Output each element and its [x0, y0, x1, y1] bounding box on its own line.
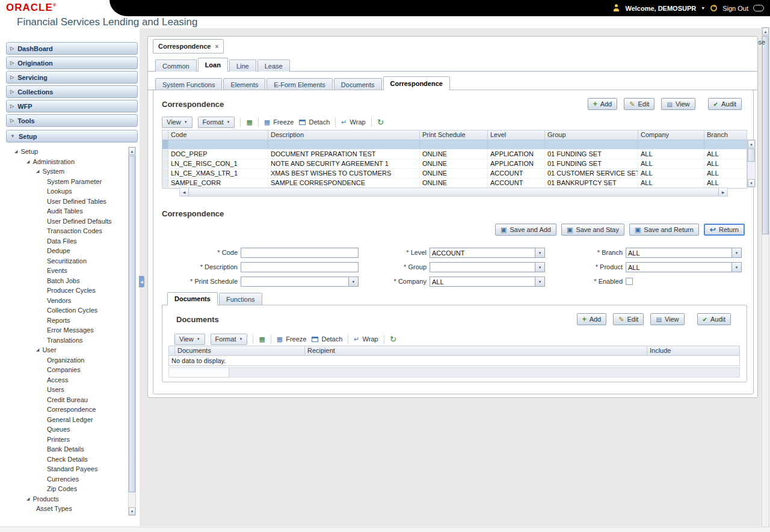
refresh-icon[interactable]: ↻	[390, 334, 397, 344]
scroll-left-icon[interactable]: ◀	[180, 188, 189, 196]
add-button[interactable]: +Add	[588, 98, 618, 110]
sidebar-item-wfp[interactable]: ▷WFP	[6, 100, 138, 112]
column-header-code[interactable]: Code	[168, 130, 268, 139]
sidebar-collapse-handle[interactable]: ◀	[139, 276, 144, 287]
table-row[interactable]: SAMPLE_CORR SAMPLE CORRESPONDENCE ONLINE…	[162, 179, 747, 188]
wrap-button[interactable]: ↵Wrap	[354, 335, 378, 343]
tree-leaf-securitization[interactable]: Securitization	[6, 256, 126, 266]
tree-leaf-access[interactable]: Access	[6, 375, 126, 385]
product-select[interactable]: ALL▼	[626, 262, 742, 272]
code-input[interactable]	[241, 248, 359, 258]
tree-leaf-index-rates[interactable]: Index Rates	[6, 514, 126, 516]
tree-leaf-producer-cycles[interactable]: Producer Cycles	[6, 286, 126, 296]
print-schedule-select[interactable]: ▼	[241, 277, 359, 287]
tree-node-products[interactable]: ◢Products	[6, 494, 126, 504]
tab-line[interactable]: Line	[229, 60, 256, 72]
audit-button[interactable]: ✔Audit	[708, 98, 742, 110]
tree-leaf-asset-types[interactable]: Asset Types	[6, 504, 126, 514]
sidebar-item-setup[interactable]: ▼Setup	[6, 130, 138, 142]
refresh-icon[interactable]: ↻	[377, 117, 384, 127]
table-row[interactable]: DOC_PREP DOCUMENT PREPARATION TEST ONLIN…	[162, 150, 747, 159]
tree-leaf-user-defined-defaults[interactable]: User Defined Defaults	[6, 216, 126, 227]
enabled-checkbox[interactable]	[626, 278, 633, 285]
freeze-button[interactable]: ▦Freeze	[277, 335, 307, 343]
tree-leaf-audit-tables[interactable]: Audit Tables	[6, 206, 126, 216]
freeze-button[interactable]: ▦Freeze	[264, 118, 294, 126]
export-icon[interactable]: ▦	[246, 118, 252, 126]
expand-icon[interactable]: ◢	[26, 159, 29, 164]
sidebar-item-dashboard[interactable]: ▷DashBoard	[6, 42, 138, 55]
tree-leaf-general-ledger[interactable]: General Ledger	[6, 415, 126, 425]
tab-documents-sub[interactable]: Documents	[167, 292, 218, 305]
row-selector[interactable]	[162, 179, 168, 188]
wrap-button[interactable]: ↵Wrap	[341, 118, 365, 126]
tab-eform-elements[interactable]: E-Form Elements	[266, 78, 333, 90]
sign-out-link[interactable]: Sign Out	[722, 5, 748, 12]
level-select[interactable]: ACCOUNT▼	[430, 248, 545, 258]
tree-leaf-error-messages[interactable]: Error Messages	[6, 325, 126, 335]
edit-button[interactable]: ✎Edit	[613, 313, 644, 325]
column-header-group[interactable]: Group	[545, 130, 638, 139]
return-button[interactable]: ↩Return	[704, 224, 745, 236]
tab-system-functions[interactable]: System Functions	[155, 78, 222, 90]
format-menu-button[interactable]: Format▼	[211, 334, 248, 345]
branch-select[interactable]: ALL▼	[626, 248, 742, 258]
tab-documents[interactable]: Documents	[334, 78, 382, 90]
tree-leaf-translations[interactable]: Translations	[6, 335, 126, 346]
page-scrollbar[interactable]: ▲	[762, 27, 769, 532]
table-row[interactable]: LN_CE_XMAS_LTR_1 XMAS BEST WISHES TO CUS…	[162, 169, 747, 179]
documents-horizontal-scrollbar[interactable]	[168, 367, 740, 378]
column-header-branch[interactable]: Branch	[704, 130, 747, 139]
view-button[interactable]: ▤View	[650, 313, 684, 325]
add-button[interactable]: +Add	[577, 313, 607, 325]
save-and-stay-button[interactable]: ▣Save and Stay	[561, 224, 624, 236]
scrollbar-thumb[interactable]	[169, 368, 229, 377]
sidebar-item-origination[interactable]: ▷Origination	[6, 57, 138, 69]
tree-leaf-users[interactable]: Users	[6, 385, 126, 395]
tree-leaf-check-details[interactable]: Check Details	[6, 454, 126, 465]
tree-leaf-bank-details[interactable]: Bank Details	[6, 444, 126, 454]
tab-functions-sub[interactable]: Functions	[219, 293, 262, 305]
tree-leaf-data-files[interactable]: Data Files	[6, 236, 126, 246]
tree-leaf-events[interactable]: Events	[6, 266, 126, 276]
sidebar-item-servicing[interactable]: ▷Servicing	[6, 71, 138, 84]
scrollbar-thumb[interactable]	[129, 156, 135, 492]
save-and-return-button[interactable]: ▣Save and Return	[629, 224, 699, 236]
sidebar-item-tools[interactable]: ▷Tools	[6, 114, 138, 127]
tree-node-setup[interactable]: ◢Setup	[6, 147, 126, 157]
sidebar-item-collections[interactable]: ▷Collections	[6, 85, 138, 98]
chevron-down-icon[interactable]: ▼	[701, 6, 705, 10]
row-selector[interactable]	[162, 159, 168, 168]
detach-button[interactable]: Detach	[312, 335, 342, 343]
tab-close-icon[interactable]: ×	[215, 43, 218, 50]
tree-leaf-collection-cycles[interactable]: Collection Cycles	[6, 305, 126, 316]
welcome-menu[interactable]: Welcome, DEMOSUPR	[625, 5, 696, 12]
tree-leaf-organization[interactable]: Organization	[6, 355, 126, 365]
table-vertical-scrollbar[interactable]: ▲ ▼	[747, 139, 756, 188]
scroll-up-icon[interactable]: ▲	[129, 147, 135, 155]
tree-leaf-user-defined-tables[interactable]: User Defined Tables	[6, 197, 126, 207]
tab-common[interactable]: Common	[155, 60, 197, 72]
expand-icon[interactable]: ◢	[36, 169, 39, 174]
view-button[interactable]: ▤View	[661, 98, 695, 110]
tree-node-system[interactable]: ◢System	[6, 167, 126, 177]
group-select[interactable]: ▼	[430, 262, 545, 272]
column-header-documents[interactable]: Documents	[175, 346, 305, 355]
tree-leaf-lookups[interactable]: Lookups	[6, 186, 126, 197]
table-row[interactable]: LN_CE_RISC_CON_1 NOTE AND SECURITY AGREE…	[162, 159, 747, 169]
scrollbar-thumb[interactable]	[189, 188, 718, 196]
tree-leaf-dedupe[interactable]: Dedupe	[6, 246, 126, 256]
table-row[interactable]	[162, 140, 747, 150]
tree-leaf-reports[interactable]: Reports	[6, 316, 126, 326]
column-header-level[interactable]: Level	[488, 130, 545, 139]
tree-leaf-currencies[interactable]: Currencies	[6, 474, 126, 485]
company-select[interactable]: ALL▼	[430, 277, 545, 287]
format-menu-button[interactable]: Format▼	[198, 117, 235, 128]
scroll-up-icon[interactable]: ▲	[748, 140, 755, 148]
tab-correspondence[interactable]: Correspondence	[383, 76, 450, 90]
table-horizontal-scrollbar[interactable]: ◀ ▶	[179, 188, 728, 197]
session-icon[interactable]	[753, 5, 764, 11]
row-selector[interactable]	[162, 140, 168, 149]
expand-icon[interactable]: ◢	[14, 149, 17, 154]
tree-leaf-printers[interactable]: Printers	[6, 435, 126, 445]
